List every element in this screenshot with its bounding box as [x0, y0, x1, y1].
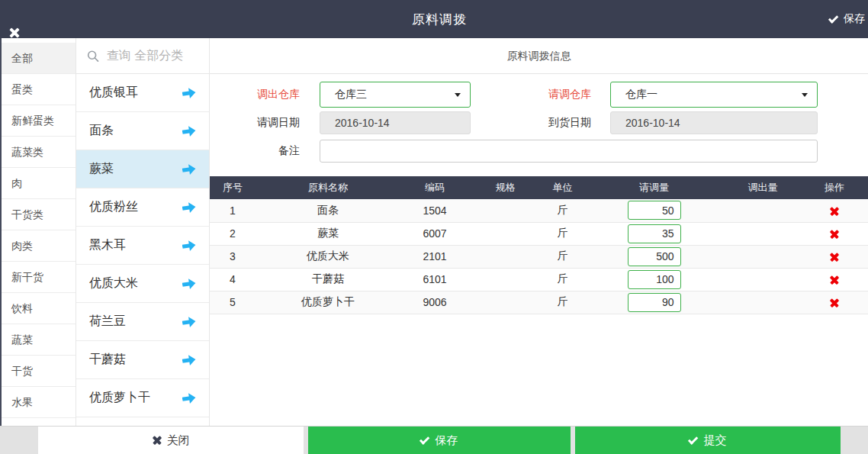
material-item[interactable]: 黑木耳 [76, 227, 209, 265]
category-item[interactable]: 蛋类 [2, 74, 76, 105]
cell-out-qty [725, 222, 801, 245]
arrow-right-icon[interactable] [182, 238, 198, 252]
search-icon [87, 49, 99, 63]
category-item[interactable]: 新干货 [2, 262, 76, 293]
cell-actions [801, 222, 868, 245]
material-item[interactable]: 优质萝卜干 [76, 379, 209, 417]
category-item[interactable]: 蔬菜类 [2, 137, 76, 168]
out-warehouse-select[interactable]: 仓库三 [320, 82, 471, 108]
col-material-name: 原料名称 [256, 176, 400, 199]
delete-row-icon[interactable] [830, 253, 839, 262]
table-header-row: 序号 原料名称 编码 规格 单位 请调量 调出量 操作 [210, 176, 868, 199]
category-item[interactable]: 饮料 [2, 293, 76, 324]
category-item[interactable]: 肉类 [2, 230, 76, 262]
arrow-right-icon[interactable] [182, 276, 198, 290]
check-icon [419, 434, 429, 444]
category-item[interactable]: 干货 [2, 356, 76, 387]
arrow-right-icon[interactable] [182, 124, 198, 137]
material-name: 优质大米 [89, 275, 138, 291]
cell-unit: 斤 [542, 199, 583, 222]
request-qty-input[interactable] [628, 224, 681, 243]
cell-code: 9006 [400, 291, 469, 314]
arrow-right-icon[interactable] [182, 162, 198, 175]
request-date-field[interactable]: 2016-10-14 [320, 111, 471, 134]
cell-actions [801, 291, 868, 314]
cell-request-qty [583, 222, 725, 245]
table-row: 1 面条 1504 斤 [210, 199, 868, 222]
header-save-label: 保存 [844, 12, 865, 26]
delete-row-icon[interactable] [830, 298, 839, 307]
items-table-wrap: 序号 原料名称 编码 规格 单位 请调量 调出量 操作 [210, 176, 868, 314]
material-name: 干蘑菇 [89, 352, 126, 368]
delete-row-icon[interactable] [830, 207, 839, 216]
cell-code: 2101 [400, 245, 469, 268]
category-item[interactable]: 干货类 [2, 199, 76, 230]
save-button-label: 保存 [436, 433, 458, 448]
cell-name: 面条 [256, 199, 400, 222]
save-button[interactable]: 保存 [308, 427, 571, 454]
caret-down-icon [455, 93, 461, 97]
material-item[interactable]: 干蘑菇 [76, 341, 209, 379]
header-save-button[interactable]: 保存 [828, 8, 866, 31]
delete-row-icon[interactable] [830, 230, 839, 239]
col-out-qty: 调出量 [725, 176, 801, 199]
cell-unit: 斤 [542, 245, 583, 268]
request-qty-input[interactable] [628, 293, 681, 312]
material-item[interactable]: 优质大米 [76, 265, 209, 303]
category-item[interactable]: 水果 [2, 387, 76, 418]
cell-request-qty [583, 291, 725, 314]
material-item[interactable]: 面条 [76, 112, 209, 150]
material-name: 面条 [89, 123, 114, 139]
arrow-right-icon[interactable] [182, 353, 198, 366]
footer-spacer [0, 427, 38, 454]
dialog-body: 全部 蛋类 新鲜蛋类 蔬菜类 肉 干货类 肉类 新干货 饮料 蔬菜 干货 [0, 38, 868, 426]
material-search-bar [76, 38, 209, 74]
cell-code: 1504 [400, 199, 469, 222]
material-name: 优质粉丝 [89, 199, 138, 215]
request-qty-input[interactable] [628, 247, 681, 266]
title-bar: 原料调拨 保存 [0, 0, 868, 38]
request-qty-input[interactable] [628, 270, 681, 289]
request-qty-input[interactable] [628, 201, 681, 220]
material-item[interactable]: 优质银耳 [76, 74, 209, 112]
col-no: 序号 [210, 176, 256, 199]
submit-button[interactable]: 提交 [575, 427, 841, 454]
cell-unit: 斤 [542, 268, 583, 291]
cell-request-qty [583, 245, 725, 268]
category-item[interactable]: 全部 [2, 43, 76, 74]
close-icon[interactable] [9, 27, 20, 38]
submit-button-label: 提交 [704, 433, 727, 448]
category-item[interactable]: 蔬菜 [2, 324, 76, 356]
arrow-right-icon[interactable] [182, 200, 198, 214]
out-warehouse-label: 调出仓库 [210, 88, 300, 101]
in-warehouse-select[interactable]: 仓库一 [610, 82, 818, 108]
arrow-right-icon[interactable] [182, 314, 198, 328]
transfer-form: 调出仓库 仓库三 请调仓库 仓库一 请调日期 2016-10-14 到货日期 [210, 74, 868, 163]
cell-request-qty [583, 199, 725, 222]
category-item[interactable]: 新鲜蛋类 [2, 105, 76, 137]
material-list: 优质银耳 面条 蕨菜 [76, 74, 209, 417]
close-button[interactable]: 关闭 [38, 427, 304, 454]
category-sidebar: 全部 蛋类 新鲜蛋类 蔬菜类 肉 干货类 肉类 新干货 饮料 蔬菜 干货 [0, 38, 76, 426]
material-item[interactable]: 荷兰豆 [76, 303, 209, 341]
material-search-input[interactable] [107, 49, 201, 63]
cell-spec [469, 268, 542, 291]
col-actions: 操作 [801, 176, 868, 199]
arrival-date-field[interactable]: 2016-10-14 [610, 111, 818, 134]
material-item[interactable]: 优质粉丝 [76, 188, 209, 227]
remark-input[interactable] [320, 140, 818, 163]
cell-spec [469, 245, 542, 268]
cell-spec [469, 199, 542, 222]
cell-code: 6101 [400, 268, 469, 291]
arrow-right-icon[interactable] [182, 391, 198, 404]
cell-no: 5 [210, 291, 256, 314]
category-item[interactable]: 肉 [2, 168, 76, 199]
main-panel: 原料调拨信息 调出仓库 仓库三 请调仓库 仓库一 请调日期 [210, 38, 868, 426]
check-icon [687, 434, 697, 444]
arrow-right-icon[interactable] [182, 85, 198, 99]
material-item[interactable]: 蕨菜 [76, 150, 209, 188]
material-name: 优质萝卜干 [89, 390, 150, 406]
material-name: 荷兰豆 [89, 314, 126, 330]
cell-out-qty [725, 245, 801, 268]
delete-row-icon[interactable] [830, 275, 839, 285]
